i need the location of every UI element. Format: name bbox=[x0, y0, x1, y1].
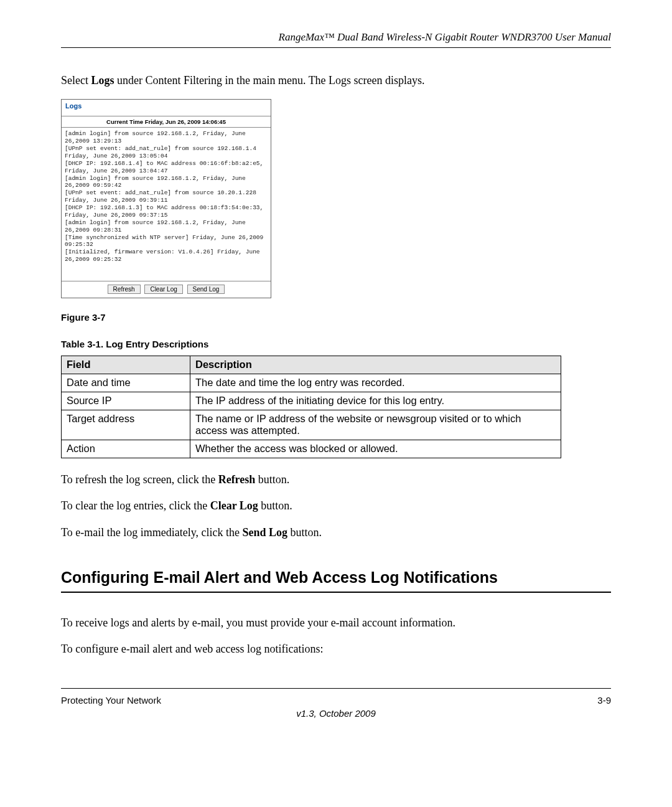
intro-text-after: under Content Filtering in the main menu… bbox=[114, 74, 425, 87]
table-cell-description: Whether the access was blocked or allowe… bbox=[190, 440, 561, 458]
logs-panel: Logs Current Time Friday, Jun 26, 2009 1… bbox=[61, 99, 271, 298]
table-cell-field: Date and time bbox=[62, 374, 190, 392]
footer-version: v1.3, October 2009 bbox=[61, 708, 611, 719]
table-cell-field: Source IP bbox=[62, 392, 190, 410]
send-instruction: To e-mail the log immediately, click the… bbox=[61, 525, 611, 540]
table-cell-description: The IP address of the initiating device … bbox=[190, 392, 561, 410]
logs-current-time: Current Time Friday, Jun 26, 2009 14:06:… bbox=[62, 116, 271, 128]
table-row: Date and time The date and time the log … bbox=[62, 374, 561, 392]
page-footer: Protecting Your Network 3-9 bbox=[61, 688, 611, 706]
table-cell-field: Target address bbox=[62, 410, 190, 440]
footer-left: Protecting Your Network bbox=[61, 695, 161, 706]
refresh-instruction: To refresh the log screen, click the Ref… bbox=[61, 472, 611, 487]
table-cell-field: Action bbox=[62, 440, 190, 458]
clear-log-word: Clear Log bbox=[210, 499, 258, 512]
intro-paragraph: Select Logs under Content Filtering in t… bbox=[61, 73, 611, 88]
section-paragraph-2: To configure e-mail alert and web access… bbox=[61, 641, 611, 656]
clear-log-button[interactable]: Clear Log bbox=[144, 285, 182, 294]
footer-right: 3-9 bbox=[597, 695, 611, 706]
text: To e-mail the log immediately, click the bbox=[61, 526, 242, 539]
manual-header: RangeMax™ Dual Band Wireless-N Gigabit R… bbox=[61, 31, 611, 48]
text: To clear the log entries, click the bbox=[61, 499, 210, 512]
logs-panel-title: Logs bbox=[62, 100, 271, 116]
table-header-row: Field Description bbox=[62, 356, 561, 374]
clear-instruction: To clear the log entries, click the Clea… bbox=[61, 498, 611, 513]
figure-caption: Figure 3-7 bbox=[61, 312, 611, 323]
table-row: Source IP The IP address of the initiati… bbox=[62, 392, 561, 410]
section-paragraph-1: To receive logs and alerts by e-mail, yo… bbox=[61, 615, 611, 630]
logs-button-row: Refresh Clear Log Send Log bbox=[62, 281, 271, 298]
log-entry-table: Field Description Date and time The date… bbox=[61, 356, 561, 458]
logs-content: [admin login] from source 192.168.1.2, F… bbox=[62, 128, 271, 281]
table-row: Target address The name or IP address of… bbox=[62, 410, 561, 440]
text: button. bbox=[287, 526, 322, 539]
section-heading: Configuring E-mail Alert and Web Access … bbox=[61, 569, 611, 593]
table-header-field: Field bbox=[62, 356, 190, 374]
refresh-word: Refresh bbox=[218, 473, 256, 486]
table-caption: Table 3-1. Log Entry Descriptions bbox=[61, 339, 611, 349]
send-log-word: Send Log bbox=[242, 526, 287, 539]
refresh-button[interactable]: Refresh bbox=[108, 285, 141, 294]
text: button. bbox=[258, 499, 292, 512]
table-row: Action Whether the access was blocked or… bbox=[62, 440, 561, 458]
table-cell-description: The date and time the log entry was reco… bbox=[190, 374, 561, 392]
send-log-button[interactable]: Send Log bbox=[187, 285, 225, 294]
table-header-description: Description bbox=[190, 356, 561, 374]
intro-logs-word: Logs bbox=[91, 74, 114, 87]
table-cell-description: The name or IP address of the website or… bbox=[190, 410, 561, 440]
text: To refresh the log screen, click the bbox=[61, 473, 218, 486]
text: button. bbox=[255, 473, 289, 486]
intro-text-before: Select bbox=[61, 74, 91, 87]
